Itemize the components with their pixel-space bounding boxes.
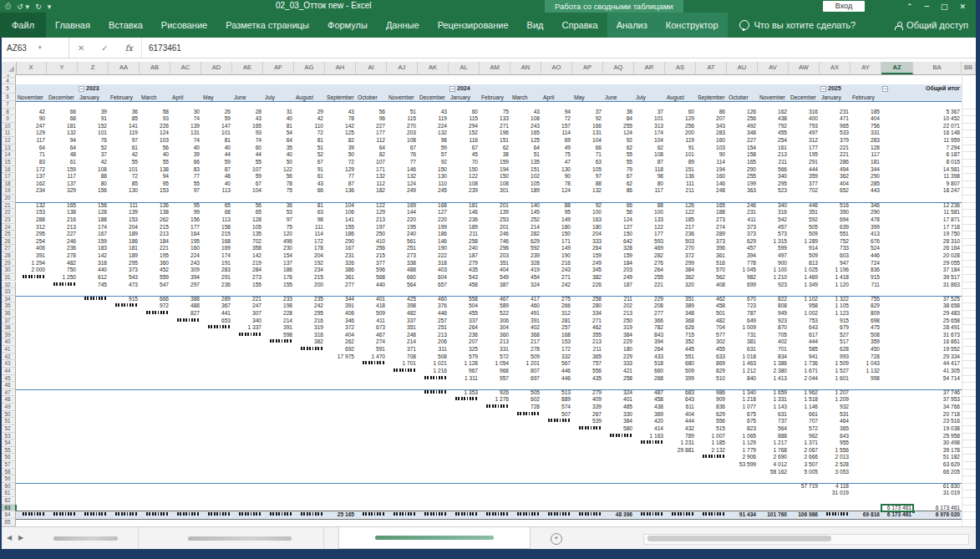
grid-cell[interactable]: 255 bbox=[634, 274, 665, 282]
grid-cell[interactable]: 593 bbox=[634, 238, 665, 246]
grid-cell[interactable]: 707 bbox=[789, 418, 820, 425]
grid-cell[interactable]: 19 750 bbox=[913, 231, 962, 238]
grid-cell[interactable]: 441 bbox=[201, 310, 232, 318]
grid-cell[interactable]: 76 bbox=[78, 137, 109, 145]
grid-cell[interactable]: 96 bbox=[356, 115, 387, 123]
grid-cell[interactable]: 271 bbox=[541, 274, 572, 282]
sheet-tab[interactable] bbox=[156, 527, 324, 549]
grid-cell[interactable]: 111 bbox=[294, 224, 325, 231]
grid-cell[interactable]: 48 bbox=[201, 173, 232, 180]
grid-cell[interactable] bbox=[480, 511, 510, 519]
grid-cell[interactable]: 150 bbox=[541, 231, 572, 238]
grid-cell[interactable]: 75 bbox=[263, 187, 294, 195]
grid-cell[interactable]: 564 bbox=[758, 425, 789, 433]
grid-cell[interactable]: 104 bbox=[572, 137, 603, 145]
grid-cell[interactable]: 55 bbox=[170, 180, 201, 188]
grid-cell[interactable]: 247 bbox=[16, 123, 47, 130]
grid-cell[interactable]: 94 bbox=[47, 137, 78, 145]
grid-cell[interactable]: 65 bbox=[232, 209, 263, 216]
grid-cell[interactable]: 159 bbox=[480, 159, 510, 166]
grid-cell[interactable]: 102 bbox=[510, 173, 541, 180]
grid-cell[interactable]: 61 bbox=[47, 159, 78, 166]
grid-cell[interactable]: 443 bbox=[851, 187, 881, 195]
grid-cell[interactable]: 1 527 bbox=[820, 368, 851, 375]
column-header-AR[interactable]: AR bbox=[634, 62, 665, 74]
grid-cell[interactable]: 139 bbox=[480, 209, 510, 216]
grid-cell[interactable]: 488 bbox=[387, 267, 418, 274]
grid-cell[interactable]: 228 bbox=[263, 310, 294, 318]
grid-cell[interactable]: 957 bbox=[480, 375, 510, 383]
grid-cell[interactable] bbox=[449, 396, 480, 404]
grid-cell[interactable]: 31 019 bbox=[913, 490, 962, 497]
name-box[interactable]: AZ63 ▾ bbox=[0, 38, 69, 58]
grid-cell[interactable]: 417 bbox=[510, 296, 541, 303]
grid-cell[interactable]: 657 bbox=[418, 282, 449, 289]
grid-cell[interactable] bbox=[16, 511, 47, 519]
grid-cell[interactable]: 141 bbox=[325, 216, 356, 224]
grid-cell[interactable]: 62 bbox=[603, 145, 634, 152]
grid-cell[interactable]: 62 bbox=[603, 180, 634, 188]
grid-cell[interactable]: 1 129 bbox=[727, 440, 758, 447]
grid-cell[interactable]: 603 bbox=[820, 252, 851, 260]
sheet-nav-left-icon[interactable]: ◀ bbox=[7, 534, 12, 541]
grid-cell[interactable]: 2 132 bbox=[696, 447, 727, 455]
grid-cell[interactable]: 165 bbox=[47, 202, 78, 210]
grid-cell[interactable]: 390 bbox=[820, 209, 851, 216]
grid-cell[interactable]: 45 bbox=[449, 151, 480, 159]
grid-cell[interactable] bbox=[418, 375, 449, 383]
grid-cell[interactable]: 37 746 bbox=[913, 389, 962, 397]
grid-cell[interactable]: 39 bbox=[170, 151, 201, 159]
grid-cell[interactable]: 1 218 bbox=[727, 396, 758, 404]
grid-cell[interactable]: 445 bbox=[665, 346, 696, 353]
grid-cell[interactable]: 88 bbox=[78, 173, 109, 180]
select-all-corner[interactable] bbox=[0, 62, 17, 74]
column-header-AZ[interactable]: AZ bbox=[881, 62, 913, 74]
grid-cell[interactable]: 675 bbox=[727, 411, 758, 419]
grid-cell[interactable]: 752 bbox=[820, 238, 851, 246]
grid-cell[interactable]: 1 315 bbox=[758, 238, 789, 246]
grid-cell[interactable]: 132 bbox=[356, 173, 387, 180]
grid-cell[interactable]: 264 bbox=[449, 324, 480, 332]
grid-cell[interactable]: 172 bbox=[294, 238, 325, 246]
grid-cell[interactable]: 207 bbox=[449, 338, 480, 346]
grid-cell[interactable]: 348 bbox=[665, 310, 696, 318]
grid-cell[interactable]: 211 bbox=[449, 231, 480, 238]
grid-cell[interactable]: 947 bbox=[820, 260, 851, 267]
grid-cell[interactable]: 213 bbox=[140, 231, 170, 238]
grid-cell[interactable]: 670 bbox=[727, 296, 758, 303]
grid-cell[interactable]: 382 bbox=[294, 338, 325, 346]
grid-cell[interactable]: 309 bbox=[170, 267, 201, 274]
grid-cell[interactable]: 789 bbox=[665, 433, 696, 440]
grid-cell[interactable]: 440 bbox=[78, 267, 109, 274]
grid-cell[interactable]: 653 bbox=[201, 318, 232, 325]
grid-cell[interactable]: 926 bbox=[480, 389, 510, 397]
grid-cell[interactable]: 122 bbox=[665, 209, 696, 216]
grid-cell[interactable]: 660 bbox=[387, 274, 418, 282]
grid-cell[interactable]: 419 bbox=[510, 267, 541, 274]
grid-cell[interactable]: 88 bbox=[634, 202, 665, 210]
grid-cell[interactable] bbox=[263, 511, 294, 519]
grid-cell[interactable]: 78 bbox=[263, 180, 294, 188]
grid-cell[interactable]: 83 bbox=[16, 159, 47, 166]
grid-cell[interactable]: 1 371 bbox=[789, 440, 820, 447]
grid-cell[interactable]: 234 bbox=[294, 267, 325, 274]
grid-cell[interactable] bbox=[418, 511, 449, 519]
row-header-7[interactable]: 7 bbox=[0, 101, 16, 109]
grid-cell[interactable]: 256 bbox=[665, 123, 696, 130]
grid-cell[interactable]: 87 bbox=[201, 166, 232, 174]
grid-cell[interactable]: 97 bbox=[170, 187, 201, 195]
grid-cell[interactable]: 167 bbox=[78, 231, 109, 238]
grid-cell[interactable]: 284 bbox=[232, 267, 263, 274]
row-header-19[interactable]: 19 bbox=[0, 187, 16, 195]
column-header-AM[interactable]: AM bbox=[480, 62, 510, 74]
grid-cell[interactable]: 216 bbox=[47, 216, 78, 224]
grid-cell[interactable]: 446 bbox=[541, 375, 572, 383]
grid-cell[interactable] bbox=[510, 511, 541, 519]
row-header-37[interactable]: 37 bbox=[0, 318, 16, 325]
grid-cell[interactable]: 823 bbox=[727, 425, 758, 433]
grid-cell[interactable]: 3 053 bbox=[820, 469, 851, 476]
grid-cell[interactable]: 264 bbox=[572, 245, 603, 252]
grid-cell[interactable]: 86 bbox=[603, 187, 634, 195]
grid-cell[interactable]: 949 bbox=[758, 310, 789, 318]
grid-cell[interactable]: 194 bbox=[696, 166, 727, 174]
